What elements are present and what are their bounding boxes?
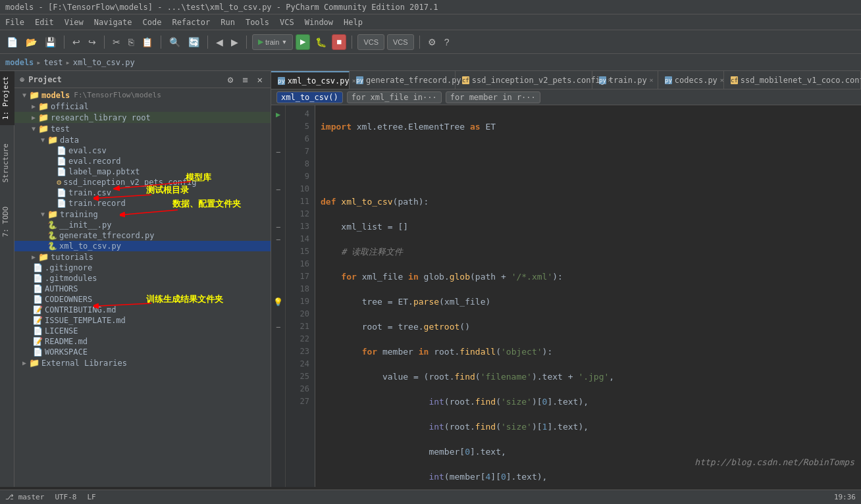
tree-item-xml-to-csv[interactable]: ▶ 🐍 xml_to_csv.py: [14, 241, 271, 251]
menu-window[interactable]: Window: [300, 16, 338, 28]
tree-item-gitmodules[interactable]: ▶ 📄 .gitmodules: [14, 273, 271, 284]
tree-item-official[interactable]: ▶ 📁 official: [14, 101, 271, 112]
menu-view[interactable]: View: [59, 16, 89, 28]
gutter-17: [271, 270, 285, 283]
tree-item-test[interactable]: ▼ 📁 test: [14, 123, 271, 134]
tree-item-init-py[interactable]: ▶ 🐍 __init__.py: [14, 220, 271, 230]
gutter-12: [271, 208, 285, 220]
tree-item-models-root[interactable]: ▼ 📁 models F:\TensorFlow\models: [14, 89, 271, 101]
stop-btn[interactable]: ■: [332, 34, 346, 50]
paste-btn[interactable]: 📋: [139, 36, 155, 49]
menu-help[interactable]: Help: [338, 16, 368, 28]
tab-generate-tfrecord[interactable]: py generate_tfrecord.py ✕: [350, 71, 456, 89]
menu-vcs[interactable]: VCS: [274, 16, 300, 28]
tree-item-gitignore[interactable]: ▶ 📄 .gitignore: [14, 263, 271, 273]
main-content: 1: Project Structure 7: TODO ⊕ Project ⚙…: [0, 71, 861, 487]
proj-settings-btn[interactable]: ⚙: [225, 73, 236, 86]
breadcrumb-models[interactable]: models: [5, 58, 34, 67]
breadcrumb-test[interactable]: test: [44, 58, 63, 67]
tree-item-authors[interactable]: ▶ 📄 AUTHORS: [14, 284, 271, 294]
code-line-5: [321, 145, 856, 158]
project-tab[interactable]: 1: Project: [0, 71, 14, 125]
gutter-10: −: [271, 183, 285, 195]
gutter-4: ▶: [271, 108, 285, 120]
tree-item-codeowners[interactable]: ▶ 📄 CODEOWNERS: [14, 294, 271, 305]
tree-item-issue-template[interactable]: ▶ 📝 ISSUE_TEMPLATE.md: [14, 315, 271, 326]
tree-item-contributing[interactable]: ▶ 📝 CONTRIBUTING.md: [14, 305, 271, 315]
replace-btn[interactable]: 🔄: [186, 36, 202, 49]
save-btn[interactable]: 💾: [42, 36, 59, 49]
settings-btn[interactable]: ⚙: [425, 36, 439, 49]
proj-close-btn[interactable]: ✕: [255, 73, 265, 86]
code-line-13: for member in root.findall('object'):: [321, 345, 856, 358]
vcs2-btn[interactable]: VCS: [387, 34, 414, 50]
tree-item-eval-record[interactable]: ▶ 📄 eval.record: [14, 156, 271, 166]
vcs-btn[interactable]: VCS: [357, 34, 384, 50]
git-branch[interactable]: ⎇ master: [5, 493, 44, 501]
encoding[interactable]: UTF-8: [55, 493, 76, 501]
forward-btn[interactable]: ▶: [228, 36, 241, 49]
tree-item-external-libs[interactable]: ▶ 📁 External Libraries: [14, 357, 271, 368]
menu-tools[interactable]: Tools: [240, 16, 274, 28]
tree-item-data[interactable]: ▼ 📁 data: [14, 134, 271, 145]
inner-tab-xml-to-csv-fn[interactable]: xml_to_csv(): [276, 91, 343, 103]
redo-btn[interactable]: ↪: [86, 36, 99, 49]
line-numbers: 4 5 6 7 8 9 10 11 12 13 14 15 16 17 18 1…: [286, 105, 315, 487]
tree-item-readme[interactable]: ▶ 📝 README.md: [14, 336, 271, 347]
structure-tab[interactable]: Structure: [0, 138, 14, 188]
tree-item-train-record[interactable]: ▶ 📄 train.record: [14, 198, 271, 209]
menu-navigate[interactable]: Navigate: [89, 16, 138, 28]
code-line-16: int(root.find('size')[1].text),: [321, 420, 856, 433]
breadcrumb-file[interactable]: xml_to_csv.py: [73, 58, 135, 67]
new-file-btn[interactable]: 📄: [4, 36, 20, 49]
undo-btn[interactable]: ↩: [70, 36, 83, 49]
tree-item-ssd-config[interactable]: ▶ ⚙ ssd_inception_v2_pets.config: [14, 177, 271, 188]
copy-btn[interactable]: ⎘: [126, 36, 136, 49]
tab-ssd-mobilenet[interactable]: cf ssd_mobilenet_v1_coco.config ✕: [724, 71, 861, 89]
tree-item-train-csv[interactable]: ▶ 📄 train.csv: [14, 188, 271, 198]
tab-ssd-config[interactable]: cf ssd_inception_v2_pets.config ✕: [456, 71, 592, 89]
menu-code[interactable]: Code: [138, 16, 167, 28]
tree-item-eval-csv[interactable]: ▶ 📄 eval.csv: [14, 145, 271, 156]
menu-edit[interactable]: Edit: [30, 16, 59, 28]
code-content[interactable]: import xml.etree.ElementTree as ET def x…: [315, 105, 861, 487]
train-dropdown[interactable]: ▶ train ▼: [252, 34, 293, 50]
tab-train-py[interactable]: py train.py ✕: [592, 71, 658, 89]
code-line-14: value = (root.find('filename').text + '.…: [321, 370, 856, 383]
tab-xml-to-csv[interactable]: py xml_to_csv.py ✕: [271, 71, 350, 89]
tree-item-label-map[interactable]: ▶ 📄 label_map.pbtxt: [14, 166, 271, 177]
toolbar: 📄 📂 💾 ↩ ↪ ✂ ⎘ 📋 🔍 🔄 ◀ ▶ ▶ train ▼ ▶ 🐛 ■ …: [0, 30, 861, 54]
code-line-6: [321, 170, 856, 183]
proj-collapse-btn[interactable]: ≡: [240, 73, 250, 86]
gutter-23: [271, 345, 285, 358]
gutter-20: [271, 308, 285, 320]
run-btn[interactable]: ▶: [296, 34, 310, 50]
help-icon-btn[interactable]: ?: [442, 36, 452, 49]
debug-btn[interactable]: 🐛: [313, 36, 329, 49]
inner-tab-for-xml[interactable]: for xml_file in···: [347, 91, 442, 103]
tree-item-generate-py[interactable]: ▶ 🐍 generate_tfrecord.py: [14, 230, 271, 241]
tree-item-workspace[interactable]: ▶ 📄 WORKSPACE: [14, 347, 271, 357]
left-sidebar: 1: Project Structure 7: TODO: [0, 71, 14, 487]
inner-tab-for-member[interactable]: for member in r···: [446, 91, 540, 103]
tree-item-training[interactable]: ▼ 📁 training: [14, 209, 271, 220]
tab-codecs-py[interactable]: py codecs.py ✕: [658, 71, 724, 89]
todo-tab[interactable]: 7: TODO: [0, 201, 14, 242]
tree-item-tutorials[interactable]: ▶ 📁 tutorials: [14, 251, 271, 263]
watermark: http://blog.csdn.net/RobinTomps: [694, 457, 854, 467]
back-btn[interactable]: ◀: [213, 36, 226, 49]
code-line-15: int(root.find('size')[0].text),: [321, 395, 856, 408]
find-btn[interactable]: 🔍: [167, 36, 183, 49]
menu-refactor[interactable]: Refactor: [167, 16, 215, 28]
close-tab-train[interactable]: ✕: [650, 76, 654, 84]
line-sep[interactable]: LF: [88, 493, 96, 501]
menu-file[interactable]: File: [0, 16, 30, 28]
menu-run[interactable]: Run: [215, 16, 240, 28]
code-line-9: # 读取注释文件: [321, 245, 856, 258]
tree-item-license[interactable]: ▶ 📄 LICENSE: [14, 326, 271, 336]
tree-item-research[interactable]: ▶ 📁 research_library root: [14, 112, 271, 123]
code-line-11: tree = ET.parse(xml_file): [321, 295, 856, 308]
close-tab-codecs[interactable]: ✕: [720, 76, 724, 84]
open-btn[interactable]: 📂: [23, 36, 39, 49]
cut-btn[interactable]: ✂: [110, 36, 123, 49]
